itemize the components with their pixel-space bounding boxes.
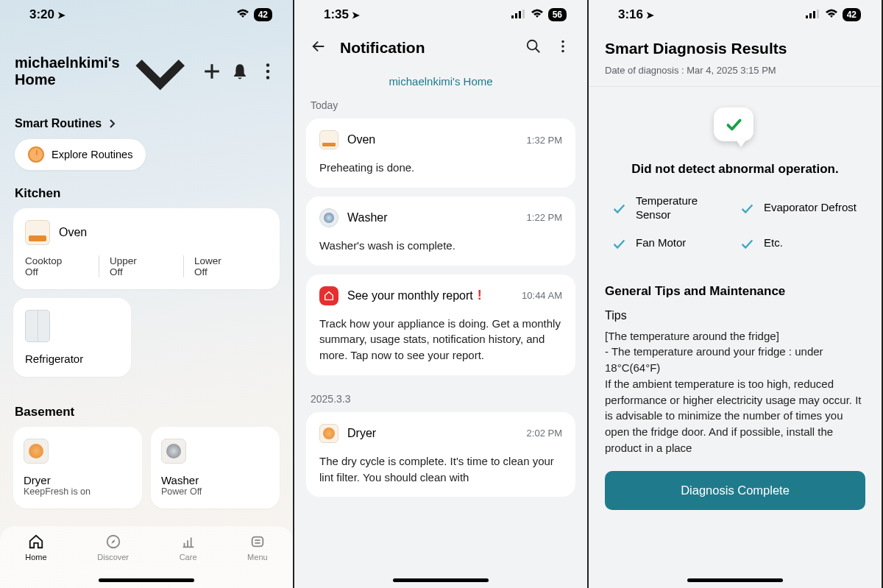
oven-card[interactable]: Oven Cooktop Off Upper Off Lower Off (13, 208, 280, 289)
report-icon (319, 286, 338, 305)
check-icon (739, 200, 755, 216)
wifi-icon (531, 7, 544, 22)
refrigerator-icon (25, 310, 50, 342)
home-indicator[interactable] (99, 578, 194, 582)
kitchen-section-label: Kitchen (0, 170, 293, 208)
home-title-dropdown[interactable]: michaelnkimi's Home (15, 37, 194, 105)
tab-menu-label: Menu (247, 553, 268, 562)
svg-point-13 (528, 40, 537, 50)
status-time: 3:20 (29, 7, 54, 22)
notification-title-text: Oven (347, 133, 518, 146)
more-menu-button[interactable] (555, 38, 571, 57)
back-button[interactable] (311, 38, 327, 57)
washer-name: Washer (161, 474, 269, 486)
location-icon: ➤ (57, 10, 65, 21)
wifi-icon (825, 7, 838, 22)
signal-icon (511, 7, 526, 22)
dryer-card[interactable]: Dryer KeepFresh is on (13, 427, 142, 509)
check-fan-motor: Fan Motor (611, 235, 731, 252)
dryer-icon (24, 439, 49, 464)
search-button[interactable] (525, 38, 542, 57)
diagnosis-title: Smart Diagnosis Results (589, 26, 882, 65)
diagnosis-checks: Temperature Sensor Evaporator Defrost Fa… (589, 194, 882, 274)
notification-screen: 1:35 ➤ 56 Notification michaelnkimi's Ho… (294, 0, 589, 588)
clock-icon (28, 146, 44, 163)
washer-card[interactable]: Washer Power Off (151, 427, 280, 509)
dryer-name: Dryer (24, 474, 132, 486)
notification-dryer[interactable]: Dryer 2:02 PM The dry cycle is complete.… (306, 412, 575, 497)
svg-point-14 (561, 40, 564, 43)
explore-routines-chip[interactable]: Explore Routines (15, 139, 146, 170)
home-indicator[interactable] (393, 578, 489, 582)
tab-home-label: Home (25, 553, 46, 562)
svg-rect-17 (806, 15, 808, 18)
tips-heading: General Tips and Maintenance (589, 274, 882, 309)
diagnosis-screen: 3:16 ➤ 42 Smart Diagnosis Results Date o… (589, 0, 883, 588)
smart-routines-header[interactable]: Smart Routines (15, 113, 278, 139)
home-icon (28, 534, 44, 550)
home-screen: 3:20 ➤ 42 michaelnkimi's Home (0, 0, 294, 588)
tab-care[interactable]: Care (180, 534, 197, 562)
dots-vertical-icon (555, 38, 571, 54)
svg-rect-19 (813, 11, 815, 18)
oven-col-upper: Upper Off (99, 255, 184, 277)
refrigerator-card[interactable]: Refrigerator (13, 298, 131, 377)
more-menu-button[interactable] (258, 61, 278, 82)
home-indicator[interactable] (687, 578, 783, 582)
notification-body: Track how your appliance is doing. Get a… (319, 316, 562, 364)
svg-rect-11 (519, 11, 521, 18)
notification-report[interactable]: See your monthly report ! 10:44 AM Track… (306, 274, 575, 375)
home-header: michaelnkimi's Home (0, 26, 293, 113)
svg-point-16 (561, 50, 564, 53)
oven-icon (25, 220, 50, 245)
check-evaporator-defrost: Evaporator Defrost (739, 194, 859, 222)
search-icon (525, 38, 542, 54)
result-message: Did not detect abnormal operation. (589, 162, 882, 194)
wifi-icon (236, 7, 249, 22)
notification-title-text: Washer (347, 211, 518, 224)
notification-title-text: Dryer (347, 427, 518, 440)
status-bar: 3:16 ➤ 42 (589, 0, 882, 26)
tips-subheading: Tips (589, 309, 882, 328)
battery-level: 42 (254, 8, 272, 21)
tab-care-label: Care (180, 553, 197, 562)
routines-heading-text: Smart Routines (15, 117, 102, 130)
notification-title: Notification (340, 39, 512, 57)
location-icon: ➤ (646, 10, 654, 21)
tips-body: [The temperature around the fridge] - Th… (589, 328, 882, 467)
tab-discover-label: Discover (97, 553, 129, 562)
tab-menu[interactable]: Menu (247, 534, 268, 562)
notification-title-text: See your monthly report ! (347, 288, 513, 303)
oven-icon (319, 130, 338, 149)
notification-time: 1:22 PM (527, 212, 562, 223)
notification-body: Washer's wash is complete. (319, 238, 562, 254)
svg-rect-20 (817, 10, 819, 18)
add-button[interactable] (202, 61, 222, 82)
check-etc: Etc. (739, 235, 859, 252)
home-filter-link[interactable]: michaelnkimi's Home (294, 68, 587, 99)
diagnosis-complete-button[interactable]: Diagnosis Complete (605, 471, 865, 510)
home-title-text: michaelnkimi's Home (15, 54, 120, 88)
dots-vertical-icon (258, 61, 278, 82)
oven-name: Oven (59, 226, 87, 239)
chip-label: Explore Routines (52, 149, 132, 160)
tab-home[interactable]: Home (25, 534, 46, 562)
status-bar: 1:35 ➤ 56 (294, 0, 587, 26)
notification-header: Notification (294, 26, 587, 68)
svg-point-5 (266, 69, 269, 72)
notification-oven[interactable]: Oven 1:32 PM Preheating is done. (306, 118, 575, 188)
chevron-right-icon (107, 118, 118, 129)
result-icon (714, 107, 756, 150)
tab-discover[interactable]: Discover (97, 534, 129, 562)
svg-point-15 (561, 45, 564, 48)
chevron-down-icon (126, 37, 194, 105)
refrigerator-name: Refrigerator (25, 353, 119, 365)
washer-icon (319, 208, 338, 227)
stats-icon (180, 534, 196, 550)
washer-status: Power Off (161, 486, 269, 497)
notifications-button[interactable] (230, 61, 250, 82)
svg-rect-12 (522, 10, 525, 18)
notification-body: Preheating is done. (319, 160, 562, 176)
notification-washer[interactable]: Washer 1:22 PM Washer's wash is complete… (306, 196, 575, 266)
dryer-icon (319, 424, 338, 443)
